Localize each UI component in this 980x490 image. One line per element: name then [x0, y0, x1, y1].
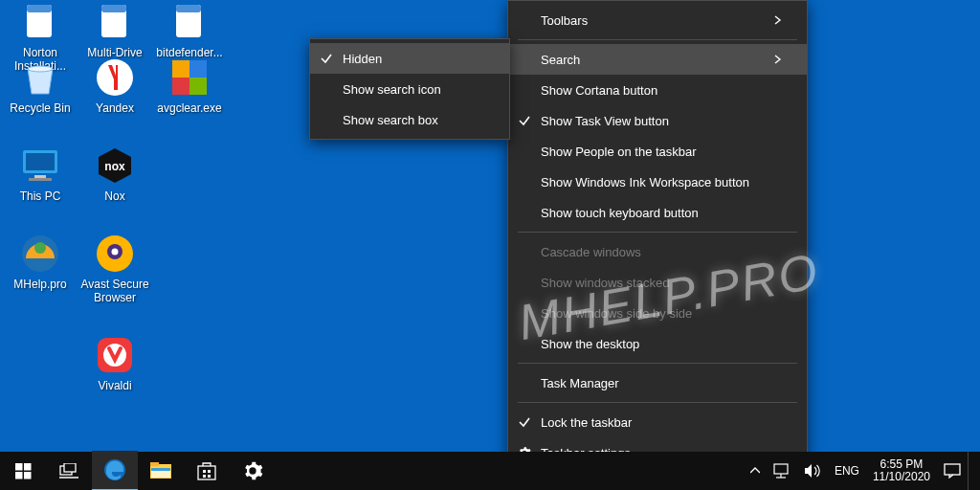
menu-item[interactable]: Show search icon [310, 74, 509, 104]
svg-rect-3 [101, 5, 126, 12]
taskbar-app-settings[interactable] [230, 452, 276, 490]
svg-rect-8 [172, 60, 189, 78]
menu-item[interactable]: Hidden [310, 43, 509, 74]
menu-item-label: Task Manager [541, 376, 793, 390]
speaker-icon [804, 463, 821, 479]
taskbar-context-menu: ToolbarsSearchShow Cortana buttonShow Ta… [507, 0, 808, 473]
desktop-icon-avg[interactable]: avgclear.exe [153, 56, 226, 115]
start-button[interactable] [0, 452, 46, 490]
menu-item-label: Show Windows Ink Workspace button [541, 175, 793, 189]
svg-rect-9 [189, 60, 207, 78]
desktop-icon-multidrive[interactable]: Multi-Drive [78, 0, 151, 59]
chevron-right-icon [774, 55, 793, 64]
menu-item-label: Show touch keyboard button [541, 206, 793, 220]
tray-network-button[interactable] [767, 452, 797, 490]
tray-date: 11/10/2020 [873, 471, 930, 483]
menu-item-label: Lock the taskbar [541, 415, 793, 430]
desktop-icon-mhelp[interactable]: MHelp.pro [4, 232, 77, 291]
desktop-icon-vivaldi[interactable]: Vivaldi [78, 333, 151, 392]
chevron-up-icon [750, 467, 760, 475]
task-view-icon [59, 463, 78, 479]
desktop-icon-avast[interactable]: Avast Secure Browser [78, 232, 151, 304]
desktop-icon-bitdefender[interactable]: bitdefender... [153, 0, 226, 59]
desktop-icon-label: Nox [78, 189, 151, 203]
svg-rect-11 [189, 78, 207, 95]
svg-rect-38 [203, 470, 206, 473]
check-icon [508, 415, 541, 429]
svg-point-6 [28, 66, 53, 72]
svg-rect-14 [34, 175, 46, 178]
menu-item[interactable]: Show Task View button [508, 105, 807, 136]
desktop[interactable]: Norton Installati...Multi-Drivebitdefend… [0, 0, 980, 490]
action-center-button[interactable] [937, 452, 968, 490]
svg-rect-15 [29, 178, 52, 181]
svg-rect-25 [15, 463, 23, 471]
menu-item: Show windows side by side [508, 298, 807, 328]
menu-item-label: Show windows stacked [541, 276, 793, 290]
menu-item-label: Hidden [343, 52, 496, 66]
menu-item[interactable]: Show search box [310, 104, 509, 135]
menu-separator [518, 402, 797, 403]
menu-item[interactable]: Task Manager [508, 368, 807, 398]
edge-icon [102, 457, 127, 482]
menu-item-label: Show Cortana button [541, 83, 793, 98]
tray-language-label: ENG [835, 464, 859, 478]
gear-icon [242, 460, 263, 481]
menu-item[interactable]: Show Cortana button [508, 75, 807, 105]
menu-item-label: Toolbars [541, 13, 774, 28]
task-view-button[interactable] [46, 452, 92, 490]
windows-logo-icon [15, 463, 32, 479]
thispc-icon [18, 144, 62, 188]
menu-item-label: Show People on the taskbar [541, 145, 793, 159]
system-tray: ENG 6:55 PM 11/10/2020 [744, 452, 980, 490]
taskbar-app-edge[interactable] [92, 451, 138, 490]
show-desktop-button[interactable] [968, 452, 974, 490]
desktop-icon-label: Recycle Bin [4, 101, 77, 115]
desktop-icon-yandex[interactable]: Yandex [78, 56, 151, 115]
mhelp-icon [18, 232, 62, 276]
avg-icon [167, 56, 212, 100]
menu-item-label: Show windows side by side [541, 306, 793, 321]
taskbar-app-store[interactable] [184, 452, 230, 490]
taskbar[interactable]: ENG 6:55 PM 11/10/2020 [0, 452, 980, 490]
tray-clock[interactable]: 6:55 PM 11/10/2020 [866, 452, 937, 490]
tray-overflow-button[interactable] [744, 452, 767, 490]
taskbar-app-explorer[interactable] [138, 452, 184, 490]
menu-item-label: Show search box [343, 113, 496, 127]
svg-rect-5 [176, 5, 201, 12]
menu-item-label: Show Task View button [541, 114, 793, 128]
desktop-icon-nox[interactable]: noxNox [78, 144, 151, 203]
desktop-icon-label: avgclear.exe [153, 101, 226, 115]
tray-volume-button[interactable] [797, 452, 828, 490]
svg-point-22 [112, 249, 119, 256]
bitdefender-icon [167, 0, 212, 44]
tray-language-button[interactable]: ENG [828, 452, 866, 490]
menu-item[interactable]: Lock the taskbar [508, 407, 807, 437]
menu-item[interactable]: Show Windows Ink Workspace button [508, 167, 807, 197]
menu-item-label: Search [541, 53, 774, 67]
menu-item[interactable]: Show the desktop [508, 328, 807, 359]
svg-rect-1 [27, 5, 52, 12]
desktop-icon-label: MHelp.pro [4, 278, 77, 291]
svg-rect-10 [172, 78, 189, 95]
microsoft-store-icon [196, 460, 217, 481]
menu-item[interactable]: Show People on the taskbar [508, 136, 807, 167]
yandex-icon [93, 56, 137, 100]
notification-icon [944, 463, 961, 479]
menu-separator [518, 39, 797, 40]
chevron-right-icon [774, 15, 793, 25]
desktop-icon-label: This PC [4, 189, 77, 203]
menu-item[interactable]: Show touch keyboard button [508, 197, 807, 228]
desktop-icon-recycle[interactable]: Recycle Bin [4, 56, 77, 115]
norton-icon [18, 0, 62, 44]
menu-item: Show windows stacked [508, 267, 807, 298]
desktop-icon-label: Yandex [78, 101, 151, 115]
menu-item[interactable]: Search [508, 44, 807, 75]
menu-item-label: Show the desktop [541, 337, 793, 351]
svg-rect-40 [203, 475, 206, 478]
menu-item[interactable]: Toolbars [508, 5, 807, 35]
desktop-icon-thispc[interactable]: This PC [4, 144, 77, 203]
nox-icon: nox [93, 144, 137, 188]
svg-rect-26 [24, 463, 32, 471]
desktop-icon-label: Avast Secure Browser [78, 278, 151, 304]
